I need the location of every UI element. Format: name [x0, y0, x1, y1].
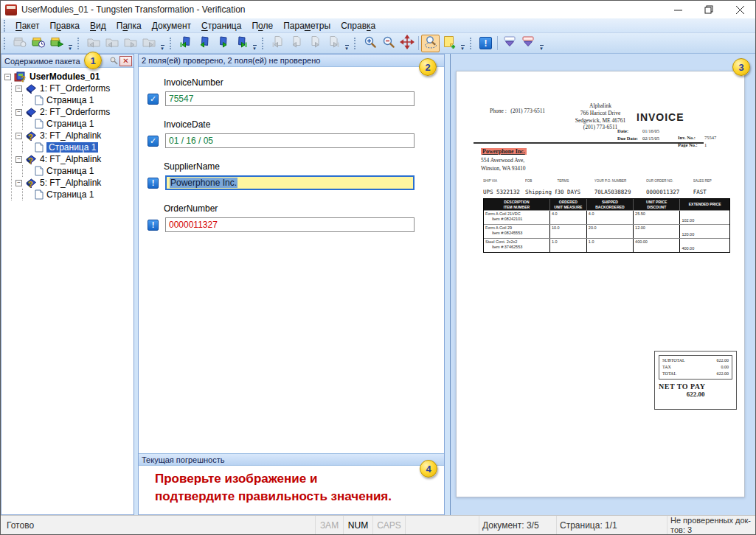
- tree-document-label[interactable]: 3: FT_Alphalink: [40, 130, 101, 141]
- highlighted-field: Powerphone Inc.: [481, 148, 527, 155]
- ship-label: SALES REP: [693, 179, 730, 183]
- tree-pages: Страница 1: [22, 141, 133, 153]
- toolbar-options-chevron[interactable]: ▾: [342, 35, 351, 52]
- field-input-suppliername[interactable]: Powerphone Inc.: [165, 175, 415, 190]
- tree-document-5[interactable]: −?5: FT_Alphalink: [15, 177, 133, 189]
- attention-exclamation-icon[interactable]: !: [148, 220, 159, 231]
- tree-page-label[interactable]: Страница 1: [46, 142, 98, 153]
- last-document-button[interactable]: [232, 35, 250, 52]
- close-button[interactable]: [724, 1, 755, 18]
- reject-field-button[interactable]: [519, 35, 537, 52]
- toolbar-grip[interactable]: [470, 38, 474, 49]
- expand-collapse-icon[interactable]: −: [15, 156, 22, 163]
- toolbar-grip[interactable]: [170, 38, 173, 49]
- toolbar-grip[interactable]: [354, 38, 358, 49]
- tree-page-item[interactable]: Страница 1: [35, 94, 133, 106]
- item-unit-price-cell: 25.50: [634, 211, 680, 224]
- first-document-button[interactable]: [176, 35, 195, 52]
- error-header: Текущая погрешность: [139, 453, 444, 466]
- field-label: SupplierName: [164, 161, 444, 172]
- tree-page-item[interactable]: Страница 1: [35, 118, 133, 130]
- invoice-page[interactable]: Phone : (201) 773-6511 Alphalink 766 Har…: [456, 71, 745, 497]
- menu-folder[interactable]: Папка: [111, 19, 147, 32]
- tree-page-item[interactable]: Страница 1: [35, 189, 133, 200]
- expand-collapse-icon[interactable]: −: [15, 180, 22, 186]
- tree-document-2[interactable]: −2: FT_Orderforms: [15, 106, 133, 118]
- minimize-button[interactable]: [662, 1, 693, 18]
- add-note-button[interactable]: [440, 35, 458, 52]
- tree-document-label[interactable]: 2: FT_Orderforms: [40, 107, 110, 117]
- zoom-out-button[interactable]: [379, 35, 398, 52]
- verified-check-icon[interactable]: ✓: [148, 136, 159, 147]
- toolbar-grip[interactable]: [262, 38, 266, 49]
- header-bottom-label: DISCOUNT: [647, 205, 666, 210]
- restore-button[interactable]: [693, 1, 724, 18]
- attention-exclamation-icon[interactable]: !: [148, 178, 159, 189]
- pin-icon[interactable]: [108, 56, 119, 66]
- confirm-field-button[interactable]: [500, 35, 519, 52]
- item-number: Item #:08242101: [485, 217, 548, 222]
- toolbar-options-chevron[interactable]: ▾: [458, 35, 467, 52]
- zoom-selection-button[interactable]: [421, 35, 440, 52]
- menu-batch[interactable]: Пакет: [10, 19, 44, 32]
- toolbar-group-3: ▾: [168, 35, 259, 52]
- menu-page[interactable]: Страница: [196, 19, 246, 32]
- expand-collapse-icon[interactable]: −: [15, 109, 22, 116]
- toolbar-grip[interactable]: [77, 38, 81, 49]
- tree-root-label[interactable]: UserModules_01: [30, 71, 100, 82]
- field-problem-button[interactable]: !: [476, 35, 495, 52]
- invoice-header-cell: ORDEREDUNIT MEASURE: [550, 199, 587, 210]
- field-input-ordernumber[interactable]: 0000011327: [165, 217, 415, 232]
- last-folder-icon: [142, 35, 156, 52]
- tree-pages: Страница 1: [22, 189, 133, 200]
- invoice-refs: Inv. No.:75547 Page No.:1: [678, 134, 716, 149]
- tree-page-label[interactable]: Страница 1: [46, 166, 94, 176]
- toolbar-grip[interactable]: [4, 38, 7, 49]
- menu-edit[interactable]: Правка: [44, 19, 85, 32]
- menu-document[interactable]: Документ: [147, 19, 196, 32]
- close-batch-button[interactable]: [47, 35, 66, 52]
- splitter-right[interactable]: [445, 54, 450, 515]
- tree-document-1[interactable]: −1: FT_Orderforms: [15, 83, 133, 94]
- next-document-button[interactable]: [213, 35, 232, 52]
- menu-view[interactable]: Вид: [85, 19, 111, 32]
- expand-collapse-icon[interactable]: −: [15, 133, 22, 139]
- toolbar-group-2: ▾: [76, 35, 167, 52]
- panel-close-icon[interactable]: ✕: [119, 56, 132, 66]
- prev-page-button: [287, 35, 305, 52]
- expand-collapse-icon[interactable]: −: [4, 74, 11, 80]
- field-input-invoicenumber[interactable]: 75547: [165, 91, 415, 106]
- tree-root[interactable]: −?UserModules_01: [4, 71, 133, 83]
- expand-collapse-icon[interactable]: −: [15, 85, 22, 92]
- suspend-batch-button[interactable]: [29, 35, 47, 52]
- field-input-invoicedate[interactable]: 01 / 16 / 05: [165, 133, 415, 148]
- tree-document-3[interactable]: −?3: FT_Alphalink: [15, 130, 133, 141]
- menu-help[interactable]: Справка: [336, 19, 381, 32]
- svg-text:?: ?: [28, 133, 33, 141]
- tree-document-label[interactable]: 1: FT_Orderforms: [40, 83, 110, 94]
- tree-page-label[interactable]: Страница 1: [46, 189, 94, 200]
- zoom-in-button[interactable]: [361, 35, 379, 52]
- net-to-pay-label: NET TO PAY: [659, 382, 732, 391]
- tree-document-label[interactable]: 4: FT_Alphalink: [40, 154, 101, 164]
- toolbar-options-chevron[interactable]: ▾: [537, 35, 546, 52]
- field-value: 0000011327: [169, 220, 218, 230]
- status-scroll-lock: ЗАМ: [315, 516, 343, 534]
- toolbar-options-chevron[interactable]: ▾: [250, 35, 259, 52]
- tree-document-4[interactable]: −?4: FT_Alphalink: [15, 153, 133, 165]
- tree-page-label[interactable]: Страница 1: [46, 95, 94, 105]
- tree-page-label[interactable]: Страница 1: [46, 119, 94, 129]
- toolbar-options-chevron[interactable]: ▾: [158, 35, 167, 52]
- header-top-label: DESCRIPTION: [504, 200, 529, 205]
- tree-page-item[interactable]: Страница 1: [35, 141, 133, 153]
- menubar-grip[interactable]: [4, 20, 7, 32]
- menu-options[interactable]: Параметры: [278, 19, 336, 32]
- menu-field[interactable]: Поле: [246, 19, 278, 32]
- verified-check-icon[interactable]: ✓: [148, 94, 159, 105]
- status-blank: [405, 516, 479, 534]
- tree-document-label[interactable]: 5: FT_Alphalink: [40, 178, 101, 188]
- tree-page-item[interactable]: Страница 1: [35, 165, 133, 177]
- prev-document-button[interactable]: [195, 35, 213, 52]
- toolbar-options-chevron[interactable]: ▾: [66, 35, 74, 52]
- fit-width-button[interactable]: [398, 35, 416, 52]
